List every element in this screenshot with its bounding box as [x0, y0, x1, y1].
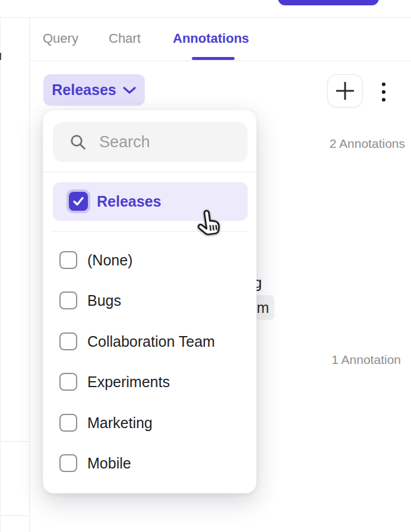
left-column-divider-1 — [0, 441, 29, 442]
annotation-sets-dropdown: Releases (None) Bugs Collaboration Team … — [43, 110, 257, 493]
checkbox-unchecked-icon[interactable] — [59, 251, 77, 269]
checkbox-unchecked-icon[interactable] — [59, 414, 77, 432]
annotation-count-bottom: 1 Annotation — [331, 353, 401, 367]
panel-divider — [52, 231, 248, 232]
window-left-edge — [0, 18, 1, 532]
option-label: Marketing — [87, 414, 153, 432]
primary-action-button[interactable] — [278, 0, 379, 5]
checkbox-unchecked-icon[interactable] — [59, 332, 77, 350]
clipped-left-content — [0, 53, 1, 60]
kebab-dot — [382, 90, 385, 94]
checkbox-unchecked-icon[interactable] — [59, 454, 77, 472]
checkbox-checked-icon[interactable] — [69, 192, 88, 211]
plus-icon — [333, 79, 357, 103]
left-column-divider-2 — [0, 515, 29, 516]
option-marketing[interactable]: Marketing — [53, 405, 248, 441]
filter-label: Releases — [52, 81, 116, 99]
chevron-down-icon — [122, 86, 137, 94]
option-releases[interactable]: Releases — [53, 182, 248, 221]
option-label: Experiments — [87, 373, 170, 391]
add-annotation-button[interactable] — [327, 74, 363, 107]
annotation-count-top: 2 Annotations — [330, 137, 405, 151]
occluded-chip-text: m — [257, 299, 269, 316]
more-options-button[interactable] — [374, 77, 393, 107]
option-label: Bugs — [87, 292, 121, 309]
search-input[interactable] — [99, 133, 230, 151]
option-experiments[interactable]: Experiments — [53, 364, 248, 400]
option-label: Collaboration Team — [87, 333, 215, 350]
option-bugs[interactable]: Bugs — [53, 283, 248, 318]
tab-chart[interactable]: Chart — [109, 31, 141, 46]
tabbar-bottom-border — [29, 61, 411, 61]
option-label: (None) — [87, 252, 132, 269]
tab-query[interactable]: Query — [43, 31, 78, 46]
checkbox-unchecked-icon[interactable] — [59, 373, 77, 391]
checkbox-focus-ring — [67, 189, 90, 213]
option-collaboration-team[interactable]: Collaboration Team — [53, 324, 248, 359]
sidebar-divider — [29, 18, 30, 532]
panel-divider — [43, 172, 256, 172]
option-label: Mobile — [87, 455, 131, 472]
search-box[interactable] — [53, 122, 248, 162]
tab-annotations[interactable]: Annotations — [173, 31, 249, 46]
kebab-dot — [382, 98, 385, 102]
releases-filter-dropdown-button[interactable]: Releases — [43, 74, 145, 106]
option-mobile[interactable]: Mobile — [53, 445, 248, 481]
checkbox-unchecked-icon[interactable] — [59, 292, 77, 309]
option-none[interactable]: (None) — [53, 242, 248, 278]
option-label: Releases — [97, 193, 161, 210]
search-icon — [70, 134, 86, 150]
kebab-dot — [382, 83, 385, 86]
active-tab-underline — [192, 57, 235, 60]
top-divider — [0, 17, 411, 18]
